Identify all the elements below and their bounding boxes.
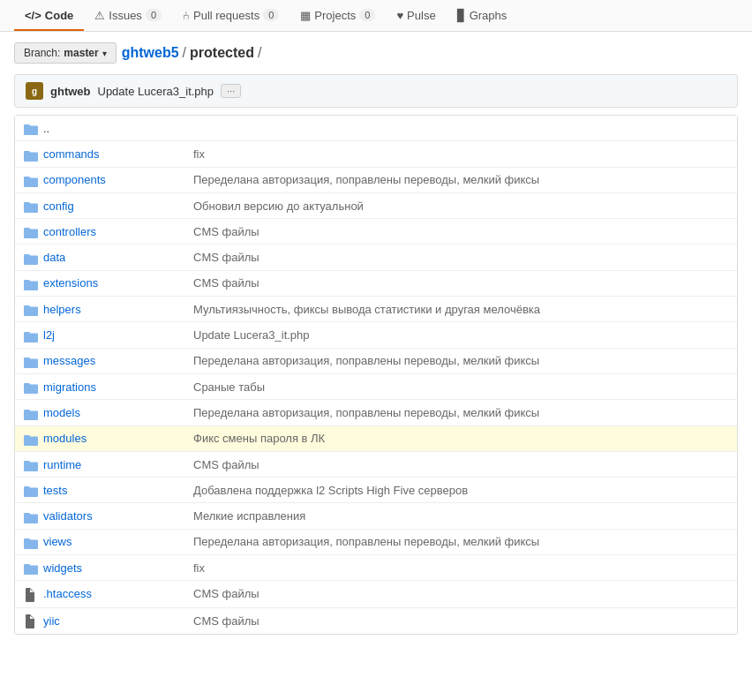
top-nav: </> Code ⚠ Issues 0 ⑃ Pull requests 0 ▦ …: [0, 0, 752, 32]
table-row: helpers Мультиязычность, фиксы вывода ст…: [15, 297, 737, 322]
folder-icon: [24, 302, 43, 316]
file-name: .htaccess: [43, 587, 193, 600]
file-commit-message: CMS файлы: [193, 587, 728, 600]
pr-icon: ⑃: [183, 9, 190, 22]
file-link[interactable]: .htaccess: [43, 587, 92, 600]
file-name: components: [43, 173, 193, 186]
folder-icon: [24, 173, 43, 187]
file-commit-message: CMS файлы: [193, 225, 728, 238]
file-commit-message: CMS файлы: [193, 251, 728, 264]
file-link[interactable]: models: [43, 406, 80, 419]
file-link[interactable]: helpers: [43, 303, 81, 316]
file-name: runtime: [43, 458, 193, 471]
file-icon: [24, 586, 43, 601]
folder-icon: [24, 354, 43, 368]
breadcrumb-repo-link[interactable]: ghtweb5: [122, 45, 179, 61]
file-rows: commands fix components Переделана автор…: [15, 141, 737, 634]
file-commit-message: Update Lucera3_it.php: [193, 328, 728, 342]
folder-icon: [24, 432, 43, 446]
file-commit-message: fix: [193, 147, 728, 161]
file-name: validators: [43, 509, 193, 523]
breadcrumb-area: Branch: master ghtweb5 / protected /: [0, 32, 752, 74]
table-row: controllers CMS файлы: [15, 219, 737, 245]
file-name: widgets: [43, 561, 193, 575]
code-icon: </>: [25, 9, 41, 22]
table-row: .htaccess CMS файлы: [15, 581, 737, 607]
file-commit-message: Мелкие исправления: [193, 509, 728, 523]
graph-icon: ▊: [457, 9, 466, 22]
table-row: components Переделана авторизация, попра…: [15, 168, 737, 193]
commit-info: g ghtweb Update Lucera3_it.php ···: [14, 74, 738, 108]
table-row: migrations Сраные табы: [15, 374, 737, 400]
file-link[interactable]: validators: [43, 509, 93, 523]
file-link[interactable]: extensions: [43, 276, 98, 290]
avatar: g: [26, 82, 43, 100]
file-link[interactable]: tests: [43, 484, 67, 497]
folder-icon: [24, 405, 43, 419]
folder-icon: [24, 199, 43, 213]
file-icon: [24, 613, 43, 628]
issue-icon: ⚠: [94, 9, 105, 22]
nav-graphs[interactable]: ▊ Graphs: [447, 2, 518, 31]
file-commit-message: Переделана авторизация, поправлены перев…: [193, 406, 728, 419]
file-table: .. commands fix components Переделана ав…: [14, 115, 738, 635]
file-name: yiic: [43, 614, 193, 628]
table-row: data CMS файлы: [15, 245, 737, 270]
file-link[interactable]: controllers: [43, 225, 96, 238]
file-commit-message: CMS файлы: [193, 276, 728, 290]
breadcrumb-folder: protected: [190, 45, 254, 61]
table-row: l2j Update Lucera3_it.php: [15, 322, 737, 348]
folder-icon: [24, 483, 43, 497]
table-row: tests Добавлена поддержка l2 Scripts Hig…: [15, 478, 737, 503]
file-link[interactable]: runtime: [43, 458, 81, 471]
file-link[interactable]: config: [43, 199, 74, 213]
table-row: runtime CMS файлы: [15, 452, 737, 478]
nav-projects[interactable]: ▦ Projects 0: [290, 2, 386, 31]
branch-selector[interactable]: Branch: master: [14, 42, 117, 64]
commit-author[interactable]: ghtweb: [50, 85, 91, 98]
table-row: extensions CMS файлы: [15, 271, 737, 297]
file-commit-message: Переделана авторизация, поправлены перев…: [193, 535, 728, 548]
file-link[interactable]: commands: [43, 147, 100, 161]
folder-icon: [24, 561, 43, 575]
parent-dir-link[interactable]: ..: [43, 122, 193, 135]
nav-pulse[interactable]: ♥ Pulse: [386, 2, 446, 31]
file-link[interactable]: views: [43, 535, 72, 548]
commit-message: Update Lucera3_it.php: [98, 85, 214, 98]
folder-icon: [24, 224, 43, 238]
file-link[interactable]: l2j: [43, 328, 55, 342]
table-row: config Обновил версию до актуальной: [15, 193, 737, 219]
folder-icon: [24, 327, 43, 342]
project-icon: ▦: [300, 9, 311, 22]
parent-dir-row: ..: [15, 116, 737, 141]
breadcrumb: ghtweb5 / protected /: [122, 45, 262, 61]
file-commit-message: Переделана авторизация, поправлены перев…: [193, 173, 728, 186]
table-row: messages Переделана авторизация, поправл…: [15, 349, 737, 374]
file-commit-message: fix: [193, 561, 728, 575]
nav-code[interactable]: </> Code: [14, 2, 84, 31]
file-link[interactable]: widgets: [43, 561, 82, 575]
table-row: views Переделана авторизация, поправлены…: [15, 530, 737, 555]
file-link[interactable]: components: [43, 173, 106, 186]
folder-icon: [24, 457, 43, 471]
file-link[interactable]: yiic: [43, 614, 60, 628]
file-commit-message: CMS файлы: [193, 458, 728, 471]
file-link[interactable]: modules: [43, 432, 86, 445]
file-name: messages: [43, 354, 193, 367]
folder-icon: [24, 147, 43, 161]
file-link[interactable]: data: [43, 251, 65, 264]
breadcrumb-separator: /: [183, 45, 186, 61]
nav-issues[interactable]: ⚠ Issues 0: [84, 2, 172, 31]
file-name: controllers: [43, 225, 193, 238]
table-row: models Переделана авторизация, поправлен…: [15, 400, 737, 425]
folder-icon: [24, 380, 43, 394]
breadcrumb-trailing: /: [258, 45, 261, 61]
commit-dots[interactable]: ···: [221, 84, 241, 98]
file-name: models: [43, 406, 193, 419]
file-link[interactable]: migrations: [43, 380, 96, 394]
file-name: helpers: [43, 303, 193, 316]
file-name: extensions: [43, 276, 193, 290]
table-row: yiic CMS файлы: [15, 608, 737, 634]
file-link[interactable]: messages: [43, 354, 95, 367]
nav-pull-requests[interactable]: ⑃ Pull requests 0: [172, 2, 290, 31]
